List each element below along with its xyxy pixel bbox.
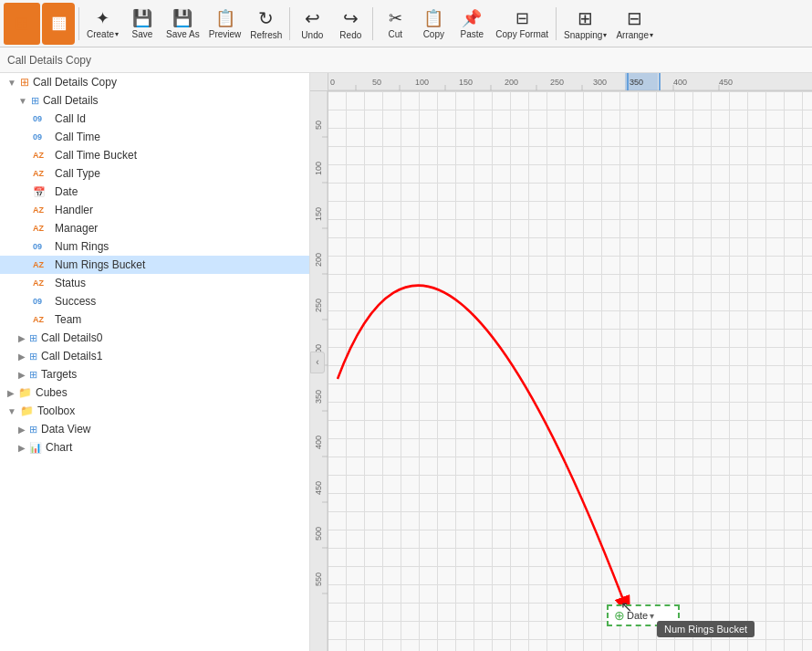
num-rings-type: 09 (33, 242, 51, 251)
copy-icon: 📋 (423, 8, 443, 28)
sidebar-item-call-time-bucket[interactable]: AZ Call Time Bucket (0, 146, 309, 164)
sep-1 (78, 7, 79, 40)
call-details-label: Call Details (43, 94, 99, 107)
sidebar-item-call-type[interactable]: AZ Call Type (0, 164, 309, 183)
sep-3 (372, 7, 373, 40)
refresh-button[interactable]: ↻ Refresh (246, 3, 286, 45)
canvas-area: ‹ 0 50 100 150 200 250 300 350 (310, 73, 812, 651)
snapping-label: Snapping (564, 30, 602, 40)
ruler-horizontal: 0 50 100 150 200 250 300 350 400 (328, 73, 812, 91)
chart-icon: 📊 (29, 442, 42, 454)
save-as-icon: 💾 (172, 8, 193, 28)
cubes-label: Cubes (36, 386, 68, 399)
copy-button[interactable]: 📋 Copy (415, 3, 452, 45)
sidebar-item-call-details[interactable]: ▼ ⊞ Call Details (0, 91, 309, 110)
sidebar: ▼ ⊞ Call Details Copy ▼ ⊞ Call Details 0… (0, 73, 310, 651)
arrange-button[interactable]: ⊟ Arrange ▾ (612, 3, 657, 45)
sidebar-item-data-view[interactable]: ▶ ⊞ Data View (0, 420, 309, 438)
sidebar-item-toolbox[interactable]: ▼ 📁 Toolbox (0, 402, 309, 420)
date-dropdown-arrow[interactable]: ▾ (650, 611, 654, 621)
snapping-icon: ⊞ (578, 7, 593, 29)
paste-icon: 📌 (462, 8, 482, 28)
call-details-expand: ▼ (18, 96, 27, 106)
snapping-button[interactable]: ⊞ Snapping ▾ (560, 3, 610, 45)
sidebar-item-handler[interactable]: AZ Handler (0, 201, 309, 219)
svg-text:250: 250 (550, 78, 564, 87)
sidebar-item-success[interactable]: 09 Success (0, 292, 309, 310)
preview-label: Preview (209, 29, 242, 39)
sidebar-item-cubes[interactable]: ▶ 📁 Cubes (0, 383, 309, 402)
targets-expand: ▶ (18, 370, 26, 380)
sidebar-item-date[interactable]: 📅 Date (0, 183, 309, 201)
save-label: Save (132, 29, 153, 39)
svg-text:400: 400 (673, 78, 687, 87)
svg-text:250: 250 (314, 299, 323, 312)
num-rings-bucket-tooltip-label: Num Rings Bucket (664, 624, 747, 635)
success-label: Success (55, 295, 96, 308)
sidebar-item-call-details0[interactable]: ▶ ⊞ Call Details0 (0, 329, 309, 347)
redo-button[interactable]: ↪ Redo (332, 3, 369, 45)
toolbox-expand: ▼ (7, 406, 16, 416)
copy-format-button[interactable]: ⊟ Copy Format (492, 3, 552, 45)
svg-text:450: 450 (719, 78, 733, 87)
cut-button[interactable]: ✂ Cut (377, 3, 413, 45)
svg-text:550: 550 (314, 572, 323, 586)
refresh-icon: ↻ (258, 7, 274, 29)
breadcrumb-text: Call Details Copy (7, 54, 91, 67)
svg-text:450: 450 (314, 481, 323, 495)
sidebar-item-call-id[interactable]: 09 Call Id (0, 110, 309, 128)
manager-type: AZ (33, 224, 51, 233)
undo-icon: ↩ (305, 7, 320, 29)
sidebar-item-team[interactable]: AZ Team (0, 310, 309, 329)
save-button[interactable]: 💾 Save (124, 3, 161, 45)
sidebar-item-call-time[interactable]: 09 Call Time (0, 128, 309, 146)
breadcrumb: Call Details Copy (0, 47, 812, 73)
save-icon: 💾 (132, 8, 152, 28)
svg-text:200: 200 (505, 78, 518, 87)
sidebar-root[interactable]: ▼ ⊞ Call Details Copy (0, 73, 309, 91)
handler-type: AZ (33, 205, 51, 215)
svg-text:300: 300 (593, 78, 607, 87)
create-button[interactable]: ✦ Create ▾ (83, 3, 122, 45)
date-type: 📅 (33, 186, 51, 198)
cursor-indicator: ↖ (620, 598, 635, 613)
call-type-label: Call Type (55, 167, 100, 180)
num-rings-bucket-label: Num Rings Bucket (55, 258, 145, 271)
preview-icon: 📋 (215, 8, 235, 28)
sidebar-item-manager[interactable]: AZ Manager (0, 219, 309, 237)
sidebar-item-num-rings-bucket[interactable]: AZ Num Rings Bucket (0, 256, 309, 274)
chart-expand: ▶ (18, 443, 26, 453)
svg-text:100: 100 (415, 78, 429, 87)
sidebar-item-targets[interactable]: ▶ ⊞ Targets (0, 365, 309, 383)
sidebar-item-status[interactable]: AZ Status (0, 274, 309, 292)
svg-text:150: 150 (459, 78, 473, 87)
sidebar-item-num-rings[interactable]: 09 Num Rings (0, 237, 309, 256)
snapping-label-group: Snapping ▾ (564, 30, 607, 40)
undo-label: Undo (301, 30, 323, 40)
status-label: Status (55, 277, 86, 289)
toolbox-label: Toolbox (37, 404, 75, 417)
save-as-button[interactable]: 💾 Save As (162, 3, 203, 45)
drag-arrow-overlay (328, 91, 812, 651)
root-icon: ⊞ (20, 76, 29, 89)
preview-button[interactable]: 📋 Preview (205, 3, 245, 45)
sidebar-collapse-button[interactable]: ‹ (310, 352, 325, 373)
main-layout: ▼ ⊞ Call Details Copy ▼ ⊞ Call Details 0… (0, 73, 812, 651)
canvas[interactable]: ⊕ Date ▾ Num Rings Bucket ↖ (328, 91, 812, 651)
redo-icon: ↪ (343, 7, 359, 29)
logo-button[interactable]: ▦ (42, 3, 75, 45)
svg-text:50: 50 (372, 78, 381, 87)
sidebar-item-chart[interactable]: ▶ 📊 Chart (0, 438, 309, 457)
data-view-label: Data View (41, 423, 90, 436)
undo-button[interactable]: ↩ Undo (294, 3, 330, 45)
refresh-label: Refresh (250, 30, 282, 40)
svg-text:150: 150 (314, 207, 323, 221)
data-view-expand: ▶ (18, 425, 26, 435)
num-rings-bucket-widget[interactable]: Num Rings Bucket (657, 621, 755, 637)
paste-button[interactable]: 📌 Paste (453, 3, 490, 45)
team-label: Team (55, 313, 81, 326)
home-button[interactable]: ⊞ (4, 3, 40, 45)
cut-label: Cut (389, 29, 403, 39)
toolbox-folder-icon: 📁 (20, 404, 34, 417)
sidebar-item-call-details1[interactable]: ▶ ⊞ Call Details1 (0, 347, 309, 365)
